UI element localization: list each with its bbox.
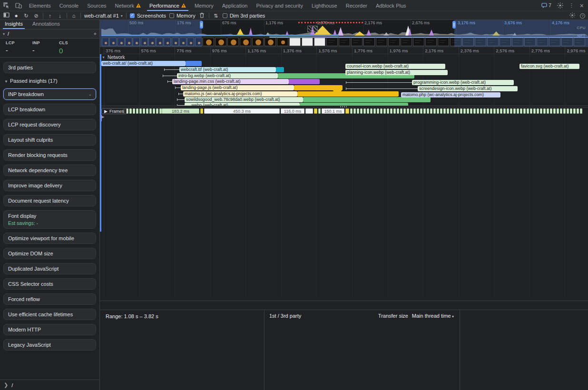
network-track-header[interactable]: ▼Network [102, 55, 125, 60]
filmstrip-thumbnail[interactable] [413, 38, 424, 46]
network-request-bar[interactable]: programming-icon.webp (web-craft.at) [412, 80, 514, 85]
frame-segment[interactable] [550, 108, 552, 114]
filmstrip-thumbnail[interactable] [289, 38, 301, 46]
collect-garbage-icon[interactable] [199, 12, 206, 20]
filmstrip-thumbnail[interactable] [388, 38, 400, 46]
target-select[interactable]: web-craft.at #1 ▾ [84, 13, 123, 19]
frame-segment[interactable] [467, 108, 469, 114]
frame-segment[interactable] [420, 108, 422, 114]
tab-elements[interactable]: Elements [25, 0, 55, 11]
crosshair-icon[interactable]: ⌖ [94, 31, 97, 37]
frame-segment[interactable] [533, 108, 536, 114]
filmstrip-thumbnail[interactable] [277, 38, 288, 46]
frame-segment[interactable] [129, 108, 132, 114]
frame-segment[interactable] [443, 108, 446, 114]
frame-segment[interactable] [480, 108, 482, 114]
kebab-menu-icon[interactable]: ⋮ [567, 0, 577, 11]
frame-segment[interactable] [530, 108, 532, 114]
help-icon[interactable]: ? [580, 13, 585, 19]
throttling-icon[interactable]: ⇅ [213, 12, 219, 19]
filmstrip-thumbnail[interactable] [339, 38, 350, 46]
frame-segment[interactable] [363, 108, 366, 114]
insight-card-lcp-breakdown[interactable]: LCP breakdown [3, 104, 96, 115]
filmstrip-thumbnail[interactable] [265, 38, 276, 46]
frame-segment[interactable] [493, 108, 496, 114]
frame-segment[interactable] [560, 108, 562, 114]
frame-segment[interactable] [463, 108, 466, 114]
insight-card-optimize-dom-size[interactable]: Optimize DOM size [3, 248, 96, 259]
record-button[interactable]: ● [13, 12, 20, 19]
insight-card-document-request-latency[interactable]: Document request latency [3, 195, 96, 206]
sidebar-tab-annotations[interactable]: Annotations [28, 20, 65, 29]
frame-segment[interactable] [497, 108, 499, 114]
animations-track-header[interactable]: ▶ [102, 115, 104, 119]
sidebar-tab-insights[interactable]: Insights [0, 20, 28, 29]
network-request-bar[interactable]: screendesign-icon.webp (web-craft.at) [418, 86, 518, 91]
network-request-bar[interactable]: favicon.svg (web-craft.at) [519, 64, 579, 69]
frame-segment[interactable] [143, 108, 145, 114]
insight-card-font-display[interactable]: Font displayEst savings: - [3, 210, 96, 229]
frame-segment[interactable] [470, 108, 472, 114]
network-request-bar[interactable]: planning-icon.webp (web-craft.at) [345, 70, 448, 75]
network-request-bar[interactable]: web-craft.at/ (web-craft.at) [101, 61, 186, 66]
frame-segment[interactable] [417, 108, 419, 114]
frame-segment[interactable] [407, 108, 409, 114]
frame-segment[interactable] [543, 108, 546, 114]
frame-segment[interactable] [440, 108, 442, 114]
frame-segment[interactable] [513, 108, 516, 114]
insight-card-duplicated-javascript[interactable]: Duplicated JavaScript [3, 263, 96, 274]
insight-card-use-efficient-cache-lifetimes[interactable]: Use efficient cache lifetimes [3, 309, 96, 320]
device-toolbar-icon[interactable] [12, 0, 25, 11]
frame-segment[interactable] [433, 108, 436, 114]
filmstrip-thumbnail[interactable] [252, 38, 264, 46]
frame-segment[interactable] [380, 108, 382, 114]
frame-segment[interactable] [393, 108, 396, 114]
frame-segment[interactable] [517, 108, 519, 114]
frame-segment[interactable]: 450.3 ms [204, 108, 280, 114]
frame-segment[interactable] [540, 108, 542, 114]
insight-card-layout-shift-culprits[interactable]: Layout shift culprits [3, 134, 96, 146]
network-request-bar[interactable]: matomo.php (wc-analytics.aj-projects.com… [401, 92, 500, 98]
frame-segment[interactable] [153, 108, 155, 114]
filmstrip-thumbnail[interactable] [438, 38, 449, 46]
timeline-minimap[interactable]: 500 ms176 ms676 ms1,176 ms1,676 ms2,176 … [100, 20, 588, 47]
frame-segment[interactable] [318, 108, 321, 114]
frame-segment[interactable] [570, 108, 572, 114]
network-request-bar[interactable]: landing-page.js (web-craft.at) [181, 85, 294, 90]
frame-segment[interactable] [387, 108, 389, 114]
frame-segment[interactable] [427, 108, 429, 114]
minimap-drag-handle[interactable] [452, 21, 456, 29]
live-metrics-home-icon[interactable]: ⌂ [70, 12, 77, 19]
frame-segment[interactable] [457, 108, 459, 114]
filmstrip-thumbnail[interactable] [401, 38, 412, 46]
frame-segment[interactable] [390, 108, 392, 114]
frame-segment[interactable] [490, 108, 492, 114]
passed-insights-header[interactable]: ▼Passed insights (17) [3, 77, 96, 85]
frame-segment[interactable]: 116.0 ms [281, 108, 304, 114]
insight-card-3rd-parties[interactable]: 3rd parties [3, 62, 96, 73]
filmstrip-thumbnail[interactable] [376, 38, 387, 46]
frame-segment[interactable] [133, 108, 135, 114]
timeline-tracks[interactable]: ▼Networkweb-craft.at/ (web-craft.at)webc… [100, 54, 588, 301]
frame-segment[interactable] [447, 108, 449, 114]
frame-segment[interactable] [500, 108, 502, 114]
frame-segment[interactable]: 150.1 ms [322, 108, 344, 114]
frame-segment[interactable] [373, 108, 376, 114]
insight-card-modern-http[interactable]: Modern HTTP [3, 324, 96, 335]
frame-segment[interactable] [523, 108, 526, 114]
settings-gear-icon[interactable] [555, 0, 566, 11]
insight-card-network-dependency-tree[interactable]: Network dependency tree [3, 165, 96, 176]
filmstrip-thumbnail[interactable] [351, 38, 363, 46]
frame-segment[interactable] [423, 108, 426, 114]
insight-card-optimize-viewport-for-mobile[interactable]: Optimize viewport for mobile [3, 233, 96, 244]
filmstrip-thumbnail[interactable] [240, 38, 251, 46]
frame-segment[interactable] [136, 108, 138, 114]
frame-segment[interactable] [580, 108, 582, 114]
frame-segment[interactable] [383, 108, 386, 114]
tab-memory[interactable]: Memory [190, 0, 218, 11]
insight-card-css-selector-costs[interactable]: CSS Selector costs [3, 278, 96, 290]
network-request-bar[interactable]: landing-page.min.css (web-craft.at) [172, 79, 289, 84]
insight-card-improve-image-delivery[interactable]: Improve image delivery [3, 180, 96, 191]
frame-segment[interactable] [460, 108, 462, 114]
insight-card-legacy-javascript[interactable]: Legacy JavaScript [3, 339, 96, 351]
